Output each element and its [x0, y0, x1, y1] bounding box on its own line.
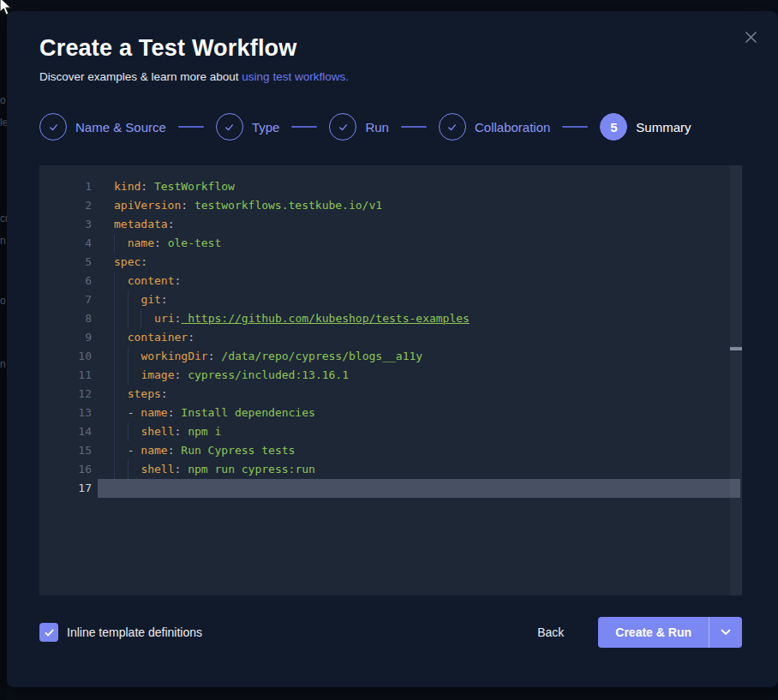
- indent-guide: [114, 460, 128, 479]
- step-label: Summary: [636, 120, 691, 135]
- code-text: [92, 479, 114, 498]
- line-number: 11: [39, 366, 92, 385]
- create-test-workflow-modal: Create a Test Workflow Discover examples…: [7, 11, 778, 687]
- step-connector: [178, 126, 204, 128]
- stepper: Name & SourceTypeRunCollaboration5Summar…: [39, 113, 742, 141]
- code-text: kind: TestWorkflow: [92, 177, 235, 196]
- line-number: 10: [39, 347, 92, 366]
- yaml-editor[interactable]: 1kind: TestWorkflow2apiVersion: testwork…: [39, 165, 742, 595]
- using-test-workflows-link[interactable]: using test workflows.: [242, 70, 349, 83]
- indent-guide: [128, 460, 141, 479]
- step-check-icon: [439, 113, 466, 141]
- background-text-fragment: n: [0, 358, 6, 370]
- active-line-highlight: [98, 479, 740, 498]
- subtitle-text: Discover examples & learn more about: [39, 70, 242, 83]
- line-number: 8: [39, 309, 92, 328]
- stepper-step-run[interactable]: Run: [329, 113, 389, 141]
- checkbox-label: Inline template definitions: [67, 625, 202, 639]
- code-text: uri: https://github.com/kubeshop/tests-e…: [92, 309, 470, 328]
- line-number: 3: [39, 215, 92, 234]
- editor-line-16[interactable]: 16shell: npm run cypress:run: [39, 460, 742, 479]
- indent-guide: [114, 422, 128, 441]
- code-text: metadata:: [92, 215, 174, 234]
- indent-guide: [114, 347, 128, 366]
- editor-line-14[interactable]: 14shell: npm i: [39, 422, 742, 441]
- code-text: apiVersion: testworkflows.testkube.io/v1: [92, 196, 382, 215]
- code-text: content:: [92, 272, 181, 290]
- indent-guide: [114, 441, 128, 460]
- code-text: shell: npm run cypress:run: [92, 460, 315, 479]
- close-icon[interactable]: [740, 27, 761, 47]
- editor-scrollbar-thumb[interactable]: [730, 347, 742, 350]
- line-number: 4: [39, 234, 92, 253]
- mouse-cursor-icon: [0, 0, 15, 21]
- indent-guide: [128, 366, 141, 385]
- inline-template-checkbox-row[interactable]: Inline template definitions: [39, 623, 202, 642]
- step-connector: [401, 126, 427, 128]
- background-text-fragment: o: [0, 94, 6, 106]
- line-number: 6: [39, 272, 92, 290]
- code-text: steps:: [92, 385, 168, 404]
- editor-line-1[interactable]: 1kind: TestWorkflow: [39, 177, 742, 196]
- indent-guide: [114, 290, 128, 309]
- indent-guide: [114, 272, 128, 290]
- chevron-down-icon[interactable]: [709, 617, 742, 648]
- stepper-step-summary[interactable]: 5Summary: [600, 113, 691, 141]
- create-and-run-button[interactable]: Create & Run: [598, 617, 709, 648]
- code-text: workingDir: /data/repo/cypress/blogs__a1…: [92, 347, 422, 366]
- indent-guide: [128, 347, 141, 366]
- repo-url-link[interactable]: https://github.com/kubeshop/tests-exampl…: [181, 312, 470, 325]
- line-number: 17: [39, 479, 92, 498]
- line-number: 9: [39, 328, 92, 347]
- code-text: - name: Install dependencies: [92, 404, 315, 422]
- editor-line-7[interactable]: 7git:: [39, 290, 742, 309]
- background-text-fragment: n: [0, 235, 6, 247]
- editor-line-13[interactable]: 13- name: Install dependencies: [39, 404, 742, 422]
- create-and-run-split-button: Create & Run: [598, 617, 742, 648]
- indent-guide: [114, 328, 128, 347]
- stepper-step-name-source[interactable]: Name & Source: [39, 113, 166, 141]
- indent-guide: [114, 385, 128, 404]
- indent-guide: [128, 290, 141, 309]
- code-text: container:: [92, 328, 194, 347]
- page-title: Create a Test Workflow: [39, 35, 742, 62]
- line-number: 15: [39, 441, 92, 460]
- step-check-icon: [329, 113, 356, 141]
- checkbox-checked-icon[interactable]: [39, 623, 58, 642]
- step-label: Collaboration: [475, 120, 550, 135]
- line-number: 16: [39, 460, 92, 479]
- editor-line-10[interactable]: 10workingDir: /data/repo/cypress/blogs__…: [39, 347, 742, 366]
- step-label: Type: [252, 120, 280, 135]
- code-text: git:: [92, 290, 168, 309]
- editor-line-9[interactable]: 9container:: [39, 328, 742, 347]
- editor-line-15[interactable]: 15- name: Run Cypress tests: [39, 441, 742, 460]
- step-connector: [562, 126, 588, 128]
- editor-line-4[interactable]: 4name: ole-test: [39, 234, 742, 253]
- step-label: Name & Source: [75, 120, 166, 135]
- code-text: - name: Run Cypress tests: [92, 441, 295, 460]
- editor-line-11[interactable]: 11image: cypress/included:13.16.1: [39, 366, 742, 385]
- stepper-step-type[interactable]: Type: [216, 113, 280, 141]
- indent-guide: [114, 404, 128, 422]
- editor-line-3[interactable]: 3metadata:: [39, 215, 742, 234]
- step-number-badge: 5: [600, 113, 627, 141]
- back-button[interactable]: Back: [537, 625, 564, 639]
- editor-line-6[interactable]: 6content:: [39, 272, 742, 290]
- code-text: image: cypress/included:13.16.1: [92, 366, 349, 385]
- line-number: 14: [39, 422, 92, 441]
- code-lines: 1kind: TestWorkflow2apiVersion: testwork…: [39, 165, 742, 498]
- editor-line-17[interactable]: 17: [39, 479, 742, 498]
- editor-line-8[interactable]: 8uri: https://github.com/kubeshop/tests-…: [39, 309, 742, 328]
- line-number: 13: [39, 404, 92, 422]
- editor-line-2[interactable]: 2apiVersion: testworkflows.testkube.io/v…: [39, 196, 742, 215]
- indent-guide: [114, 234, 128, 253]
- step-check-icon: [216, 113, 243, 141]
- step-connector: [291, 126, 317, 128]
- editor-line-5[interactable]: 5spec:: [39, 253, 742, 272]
- background-page-edge: olecrnon: [0, 0, 7, 700]
- stepper-step-collaboration[interactable]: Collaboration: [439, 113, 550, 141]
- line-number: 5: [39, 253, 92, 272]
- background-text-fragment: o: [0, 295, 6, 307]
- editor-scrollbar-track[interactable]: [730, 165, 742, 595]
- editor-line-12[interactable]: 12steps:: [39, 385, 742, 404]
